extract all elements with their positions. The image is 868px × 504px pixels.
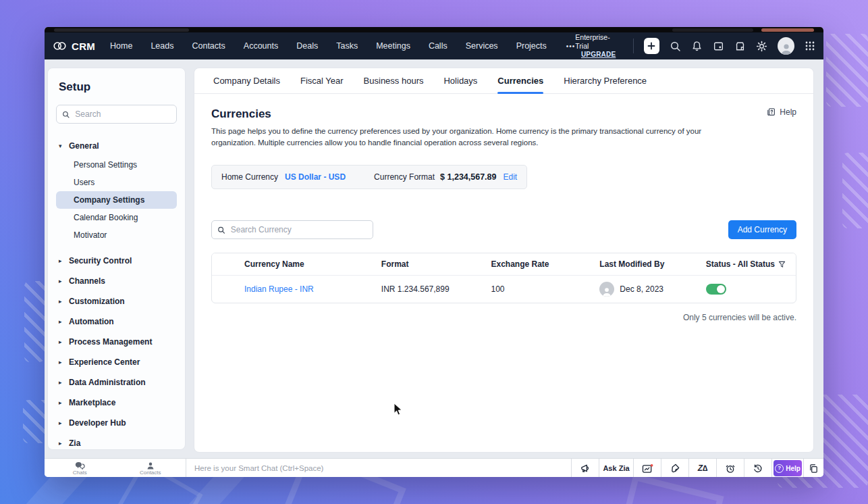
tab-currencies[interactable]: Currencies xyxy=(497,68,543,93)
sidebar-section-experience-center[interactable]: ▸ Experience Center xyxy=(56,352,177,372)
nav-item-calls[interactable]: Calls xyxy=(429,41,447,51)
sidebar-section-zia[interactable]: ▸ Zia xyxy=(56,433,177,450)
edit-link[interactable]: Edit xyxy=(504,172,518,182)
sidebar-item-company-settings[interactable]: Company Settings xyxy=(56,191,177,209)
copy-button[interactable] xyxy=(803,459,823,477)
nav-item-projects[interactable]: Projects xyxy=(516,41,547,51)
contacts-tab[interactable]: Contacts xyxy=(115,459,186,477)
chevron-down-icon: ▾ xyxy=(59,143,64,149)
decor-stripes xyxy=(24,281,45,362)
status-toggle-on[interactable] xyxy=(706,284,726,295)
sticky-notes-button[interactable] xyxy=(661,459,688,477)
analytics-button[interactable] xyxy=(633,459,661,477)
sidebar-section-process-management[interactable]: ▸ Process Management xyxy=(56,332,177,352)
ask-zia-button[interactable]: Ask Zia xyxy=(599,459,633,477)
home-currency-label: Home Currency xyxy=(221,172,278,182)
sidebar-section-label: Developer Hub xyxy=(69,418,126,428)
sidebar-item-motivator[interactable]: Motivator xyxy=(56,226,177,244)
add-currency-button[interactable]: Add Currency xyxy=(728,220,796,239)
search-button[interactable] xyxy=(670,41,681,52)
browser-tab-shape xyxy=(54,28,189,32)
smart-chat-input[interactable] xyxy=(193,463,564,473)
sidebar-section-marketplace[interactable]: ▸ Marketplace xyxy=(56,393,177,413)
sidebar-section-security-control[interactable]: ▸ Security Control xyxy=(56,251,177,271)
chevron-right-icon: ▸ xyxy=(59,379,64,386)
history-icon xyxy=(753,463,763,474)
nav-item-services[interactable]: Services xyxy=(466,41,498,51)
upgrade-link[interactable]: UPGRADE xyxy=(581,51,616,59)
page-title: Currencies xyxy=(211,107,271,121)
sidebar-item-calendar-booking[interactable]: Calendar Booking xyxy=(56,209,177,226)
sidebar-section-data-administration[interactable]: ▸ Data Administration xyxy=(56,372,177,393)
zia-button[interactable]: Z∆ xyxy=(688,459,716,477)
sidebar-section-label: Marketplace xyxy=(69,398,115,407)
currency-search-input[interactable] xyxy=(229,224,367,235)
nav-item-leads[interactable]: Leads xyxy=(151,41,173,51)
brand[interactable]: CRM xyxy=(53,41,95,52)
sidebar-section-developer-hub[interactable]: ▸ Developer Hub xyxy=(56,413,177,433)
tab-fiscal-year[interactable]: Fiscal Year xyxy=(300,68,344,93)
currency-toolbar: Add Currency xyxy=(211,220,796,239)
notifications-button[interactable] xyxy=(691,41,703,52)
chats-tab[interactable]: Chats xyxy=(45,459,115,477)
nav-item-contacts[interactable]: Contacts xyxy=(192,41,225,51)
tab-holidays[interactable]: Holidays xyxy=(443,68,477,93)
sidebar-section-automation[interactable]: ▸ Automation xyxy=(56,311,177,332)
help-link[interactable]: Help xyxy=(767,107,796,117)
sidebar-item-personal-settings[interactable]: Personal Settings xyxy=(56,156,177,174)
apps-launcher-button[interactable] xyxy=(805,41,815,51)
copy-icon xyxy=(809,463,819,474)
nav-menu: Home Leads Contacts Accounts Deals Tasks… xyxy=(110,41,575,51)
tab-company-details[interactable]: Company Details xyxy=(213,68,280,93)
nav-more-button[interactable]: ••• xyxy=(566,43,576,50)
help-doc-icon xyxy=(767,107,776,117)
nav-item-accounts[interactable]: Accounts xyxy=(244,41,278,51)
page-description: This page helps you to define the curren… xyxy=(211,126,711,148)
create-button[interactable] xyxy=(644,38,659,54)
sidebar-section-label: Data Administration xyxy=(69,378,146,387)
nav-item-meetings[interactable]: Meetings xyxy=(376,41,410,51)
col-last-modified-by: Last Modified By xyxy=(599,259,705,269)
currency-table: Currency Name Format Exchange Rate Last … xyxy=(211,253,796,303)
sidebar-section-channels[interactable]: ▸ Channels xyxy=(56,271,177,291)
currency-name-link[interactable]: Indian Rupee - INR xyxy=(212,284,381,294)
sidebar-item-users[interactable]: Users xyxy=(56,174,177,191)
table-row: Indian Rupee - INR INR 1.234.567,899 100 xyxy=(212,275,796,303)
sidebar-section-general[interactable]: ▾ General xyxy=(56,136,177,156)
user-avatar[interactable] xyxy=(778,37,794,55)
help-button[interactable]: ? Help xyxy=(771,459,803,477)
home-currency-value[interactable]: US Dollar - USD xyxy=(285,172,346,182)
decor-stripes xyxy=(842,153,868,228)
calendar-icon xyxy=(713,41,724,52)
nav-item-tasks[interactable]: Tasks xyxy=(336,41,358,51)
chevron-right-icon: ▸ xyxy=(59,399,64,406)
tab-business-hours[interactable]: Business hours xyxy=(364,68,424,93)
currency-format-label: Currency Format xyxy=(374,172,435,182)
sidebar-section-label: General xyxy=(69,141,99,151)
sidebar-section-label: Channels xyxy=(69,276,105,286)
settings-button[interactable] xyxy=(756,41,767,52)
chevron-right-icon: ▸ xyxy=(59,440,64,447)
col-status-filter[interactable]: Status - All Status xyxy=(706,259,796,269)
sidebar-search[interactable] xyxy=(56,105,177,124)
sidebar-search-input[interactable] xyxy=(74,109,171,120)
sidebar-section-customization[interactable]: ▸ Customization xyxy=(56,291,177,311)
top-navigation: CRM Home Leads Contacts Accounts Deals T… xyxy=(45,32,823,59)
announcements-button[interactable] xyxy=(571,459,599,477)
currency-format-cell: INR 1.234.567,899 xyxy=(381,284,491,294)
chats-label: Chats xyxy=(73,470,87,476)
chevron-right-icon: ▸ xyxy=(59,298,64,305)
tab-hierarchy-preference[interactable]: Hierarchy Preference xyxy=(564,68,647,93)
nav-item-deals[interactable]: Deals xyxy=(296,41,318,51)
nav-item-home[interactable]: Home xyxy=(110,41,132,51)
history-button[interactable] xyxy=(744,459,771,477)
bell-icon xyxy=(691,41,703,52)
smart-chat-bar[interactable] xyxy=(186,459,571,477)
sidebar-section-label: Automation xyxy=(69,317,114,326)
marketplace-button[interactable] xyxy=(734,41,746,52)
sidebar-tree: ▾ General Personal Settings Users Compan… xyxy=(56,136,177,450)
reminders-button[interactable] xyxy=(716,459,744,477)
home-currency-bar: Home Currency US Dollar - USD Currency F… xyxy=(211,165,527,189)
calendar-button[interactable] xyxy=(713,41,724,52)
currency-search[interactable] xyxy=(211,220,373,239)
